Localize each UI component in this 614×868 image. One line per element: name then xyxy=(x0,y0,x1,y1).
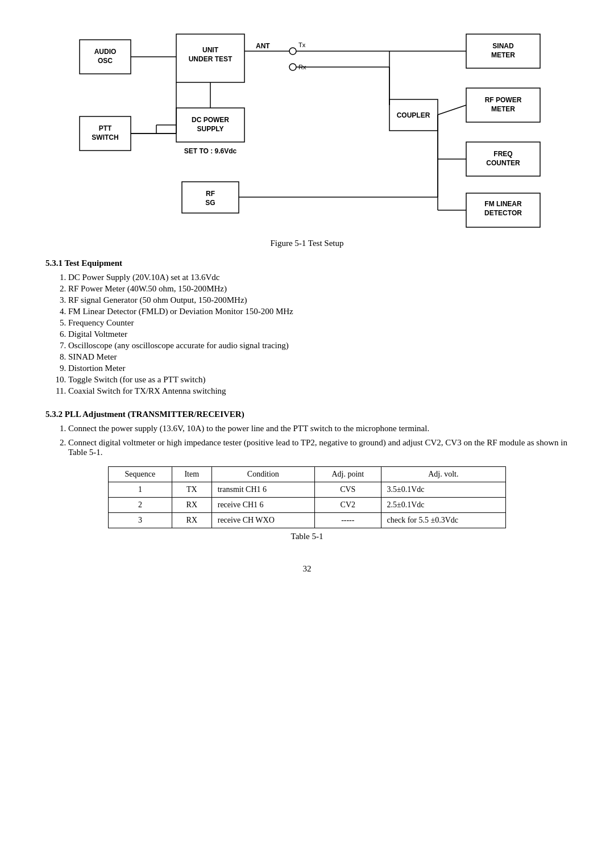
cell-adj-volt: check for 5.5 ±0.3Vdc xyxy=(381,513,505,528)
col-header-adj-point: Adj. point xyxy=(315,467,381,482)
list-item: Coaxial Switch for TX/RX Antenna switchi… xyxy=(68,386,569,396)
list-item: Frequency Counter xyxy=(68,318,569,328)
adjustment-table: Sequence Item Condition Adj. point Adj. … xyxy=(108,466,506,528)
cell-adj-point: ----- xyxy=(315,513,381,528)
svg-text:UNDER TEST: UNDER TEST xyxy=(189,55,233,63)
svg-text:OSC: OSC xyxy=(98,57,113,65)
svg-line-49 xyxy=(438,105,466,115)
svg-text:SUPPLY: SUPPLY xyxy=(197,125,224,133)
cell-adj-point: CV2 xyxy=(315,498,381,513)
section-532-title: 5.3.2 PLL Adjustment (TRANSMITTER/RECEIV… xyxy=(45,410,569,419)
cell-item: RX xyxy=(172,498,211,513)
section-531-title: 5.3.1 Test Equipment xyxy=(45,258,569,268)
svg-text:AUDIO: AUDIO xyxy=(94,48,117,56)
svg-text:DC POWER: DC POWER xyxy=(192,116,229,124)
list-item: DC Power Supply (20V.10A) set at 13.6Vdc xyxy=(68,273,569,282)
pll-list: Connect the power supply (13.6V, 10A) to… xyxy=(68,424,569,457)
page-number: 32 xyxy=(45,564,569,574)
table-row: 1 TX transmit CH1 6 CVS 3.5±0.1Vdc xyxy=(109,482,506,498)
section-531: 5.3.1 Test Equipment DC Power Supply (20… xyxy=(45,258,569,396)
svg-text:DETECTOR: DETECTOR xyxy=(484,209,522,217)
cell-item: RX xyxy=(172,513,211,528)
cell-adj-volt: 2.5±0.1Vdc xyxy=(381,498,505,513)
svg-text:SWITCH: SWITCH xyxy=(92,133,118,141)
cell-condition: receive CH1 6 xyxy=(211,498,314,513)
svg-text:RF: RF xyxy=(206,190,215,198)
cell-adj-volt: 3.5±0.1Vdc xyxy=(381,482,505,498)
svg-text:Tx: Tx xyxy=(298,41,306,48)
table-row: 3 RX receive CH WXO ----- check for 5.5 … xyxy=(109,513,506,528)
circuit-diagram: AUDIO OSC UNIT UNDER TEST PTT SWITCH DC … xyxy=(63,23,551,233)
svg-text:METER: METER xyxy=(491,105,515,113)
svg-text:METER: METER xyxy=(491,51,515,59)
cell-seq: 1 xyxy=(109,482,172,498)
cell-seq: 2 xyxy=(109,498,172,513)
list-item: Oscilloscope (any oscilloscope accurate … xyxy=(68,341,569,350)
svg-text:FREQ: FREQ xyxy=(493,150,512,158)
svg-text:FM LINEAR: FM LINEAR xyxy=(484,200,522,208)
list-item: SINAD Meter xyxy=(68,352,569,362)
list-item: Distortion Meter xyxy=(68,364,569,373)
list-item: FM Linear Detector (FMLD) or Deviation M… xyxy=(68,307,569,316)
svg-text:SINAD: SINAD xyxy=(492,42,514,50)
list-item: Connect digital voltmeter or high impeda… xyxy=(68,438,569,457)
list-item: RF Power Meter (40W.50 ohm, 150-200MHz) xyxy=(68,284,569,294)
col-header-item: Item xyxy=(172,467,211,482)
diagram-section: AUDIO OSC UNIT UNDER TEST PTT SWITCH DC … xyxy=(45,23,569,233)
svg-text:ANT: ANT xyxy=(256,42,270,50)
figure-caption: Figure 5-1 Test Setup xyxy=(45,239,569,248)
equipment-list: DC Power Supply (20V.10A) set at 13.6Vdc… xyxy=(68,273,569,396)
svg-point-43 xyxy=(289,64,296,70)
table-row: 2 RX receive CH1 6 CV2 2.5±0.1Vdc xyxy=(109,498,506,513)
svg-text:COUPLER: COUPLER xyxy=(397,111,430,119)
cell-item: TX xyxy=(172,482,211,498)
list-item: Digital Voltmeter xyxy=(68,329,569,339)
col-header-condition: Condition xyxy=(211,467,314,482)
svg-point-38 xyxy=(289,48,296,55)
svg-text:RF POWER: RF POWER xyxy=(485,96,522,104)
svg-text:COUNTER: COUNTER xyxy=(486,159,520,167)
cell-condition: receive CH WXO xyxy=(211,513,314,528)
cell-adj-point: CVS xyxy=(315,482,381,498)
list-item: Toggle Switch (for use as a PTT switch) xyxy=(68,375,569,385)
cell-seq: 3 xyxy=(109,513,172,528)
col-header-adj-volt: Adj. volt. xyxy=(381,467,505,482)
cell-condition: transmit CH1 6 xyxy=(211,482,314,498)
svg-text:SET TO : 9.6Vdc: SET TO : 9.6Vdc xyxy=(184,147,237,155)
list-item: RF signal Generator (50 ohm Output, 150-… xyxy=(68,295,569,305)
col-header-sequence: Sequence xyxy=(109,467,172,482)
list-item: Connect the power supply (13.6V, 10A) to… xyxy=(68,424,569,433)
table-wrapper: Sequence Item Condition Adj. point Adj. … xyxy=(45,466,569,541)
svg-text:SG: SG xyxy=(205,199,215,207)
svg-text:PTT: PTT xyxy=(99,124,112,132)
svg-text:UNIT: UNIT xyxy=(202,46,219,54)
table-caption: Table 5-1 xyxy=(291,532,323,541)
section-532: 5.3.2 PLL Adjustment (TRANSMITTER/RECEIV… xyxy=(45,410,569,541)
